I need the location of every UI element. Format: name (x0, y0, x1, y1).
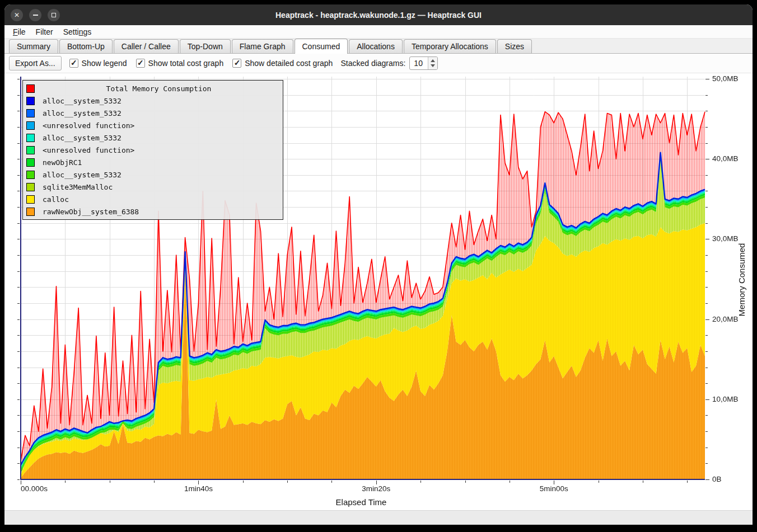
tab[interactable]: Caller / Callee (114, 39, 179, 53)
menu-item[interactable]: Filter (31, 26, 58, 37)
menu-item[interactable]: File (8, 26, 31, 37)
minimize-icon (33, 15, 38, 16)
chart-legend: Total Memory Consumption alloc__system_5… (22, 80, 283, 220)
legend-color-swatch (26, 183, 35, 191)
y-tick-label: 40,0MB (712, 154, 739, 163)
stacked-diagrams-control: Stacked diagrams: 10 (340, 57, 438, 70)
y-tick-label: 30,0MB (712, 234, 739, 243)
legend-item: alloc__system_5332 (23, 168, 283, 181)
legend-item-label: rawNewObj__system_6388 (43, 208, 139, 216)
checkbox[interactable]: Show total cost graph (136, 59, 224, 68)
y-tick-label: 10,0MB (712, 395, 739, 403)
legend-color-swatch (26, 208, 35, 216)
legend-item-label: calloc (43, 195, 69, 204)
menu-bar: FileFilterSettings (4, 25, 753, 39)
legend-item: calloc (23, 193, 283, 205)
legend-item: alloc__system_5332 (23, 131, 283, 144)
checkbox-check-icon[interactable] (136, 59, 145, 68)
tab[interactable]: Sizes (497, 39, 532, 53)
legend-color-swatch (26, 195, 35, 204)
checkbox-label: Show detailed cost graph (245, 59, 333, 68)
legend-color-swatch (26, 158, 35, 167)
tab[interactable]: Bottom-Up (59, 39, 113, 53)
legend-item: alloc__system_5332 (23, 107, 283, 119)
y-tick-label: 50,0MB (712, 74, 739, 83)
heaptrack-window: ✕ Heaptrack - heaptrack.wakunode.1.gz — … (4, 4, 753, 525)
export-as-button[interactable]: Export As... (9, 56, 62, 70)
tab-bar: SummaryBottom-UpCaller / CalleeTop-DownF… (4, 39, 753, 54)
tab[interactable]: Flame Graph (232, 39, 293, 53)
minimize-button[interactable] (29, 9, 41, 21)
legend-item-label: newObjRC1 (43, 158, 82, 167)
spinbox-arrows (428, 57, 437, 69)
y-tick-label: 20,0MB (712, 315, 739, 323)
checkbox-check-icon[interactable] (232, 59, 241, 68)
spinbox-value[interactable]: 10 (410, 57, 428, 69)
legend-item: newObjRC1 (23, 156, 283, 168)
spin-up-icon[interactable] (428, 57, 437, 63)
checkbox-label: Show total cost graph (148, 59, 224, 68)
legend-color-swatch (26, 171, 35, 179)
checkbox-label: Show legend (82, 59, 127, 68)
legend-item-label: alloc__system_5332 (43, 171, 122, 179)
tab[interactable]: Summary (9, 39, 58, 53)
legend-item-label: sqlite3MemMalloc (43, 183, 113, 191)
stacked-diagrams-label: Stacked diagrams: (340, 59, 405, 68)
legend-item: <unresolved function> (23, 144, 283, 156)
window-title: Heaptrack - heaptrack.wakunode.1.gz — He… (4, 11, 753, 20)
toolbar: Export As... Show legend Show total cost… (4, 54, 753, 73)
legend-item-label: <unresolved function> (43, 146, 134, 154)
legend-item: Total Memory Consumption (23, 82, 283, 95)
tab[interactable]: Temporary Allocations (404, 39, 496, 53)
legend-color-swatch (26, 121, 35, 130)
legend-color-swatch (26, 146, 35, 154)
consumed-chart: Total Memory Consumption alloc__system_5… (4, 73, 753, 510)
legend-item: alloc__system_5332 (23, 95, 283, 107)
title-bar: ✕ Heaptrack - heaptrack.wakunode.1.gz — … (4, 4, 753, 25)
x-tick-label: 3min20s (362, 484, 390, 493)
tab[interactable]: Consumed (295, 39, 348, 54)
checkbox[interactable]: Show legend (69, 59, 127, 68)
legend-item-label: alloc__system_5332 (43, 97, 122, 105)
stacked-diagrams-spinbox[interactable]: 10 (409, 57, 438, 70)
legend-color-swatch (26, 109, 35, 117)
checkbox[interactable]: Show detailed cost graph (232, 59, 333, 68)
x-tick-label: 5min00s (540, 484, 568, 493)
maximize-button[interactable] (48, 9, 60, 21)
menu-item[interactable]: Settings (58, 26, 97, 37)
close-button[interactable]: ✕ (11, 9, 23, 21)
checkbox-check-icon[interactable] (69, 59, 78, 68)
legend-item-label: alloc__system_5332 (43, 134, 122, 142)
legend-item-label: <unresolved function> (43, 121, 134, 130)
x-tick-label: 1min40s (184, 484, 213, 493)
maximize-icon (52, 13, 56, 17)
tab[interactable]: Top-Down (180, 39, 231, 53)
tab[interactable]: Allocations (349, 39, 403, 53)
legend-item: <unresolved function> (23, 119, 283, 131)
x-tick-label: 00.000s (21, 484, 48, 493)
status-strip (4, 510, 753, 525)
legend-item-label: Total Memory Consumption (35, 84, 283, 93)
legend-color-swatch (26, 134, 35, 142)
legend-color-swatch (26, 97, 35, 105)
x-axis-title: Elapsed Time (336, 497, 387, 507)
legend-color-swatch (26, 84, 35, 93)
checkbox-group: Show legend Show total cost graph Show d… (69, 59, 333, 68)
y-tick-label: 0B (712, 475, 722, 483)
spin-down-icon[interactable] (428, 63, 437, 69)
legend-item-label: alloc__system_5332 (43, 109, 122, 117)
legend-item: rawNewObj__system_6388 (23, 205, 283, 218)
legend-item: sqlite3MemMalloc (23, 181, 283, 193)
y-axis-title: Memory Consumed (737, 243, 746, 317)
